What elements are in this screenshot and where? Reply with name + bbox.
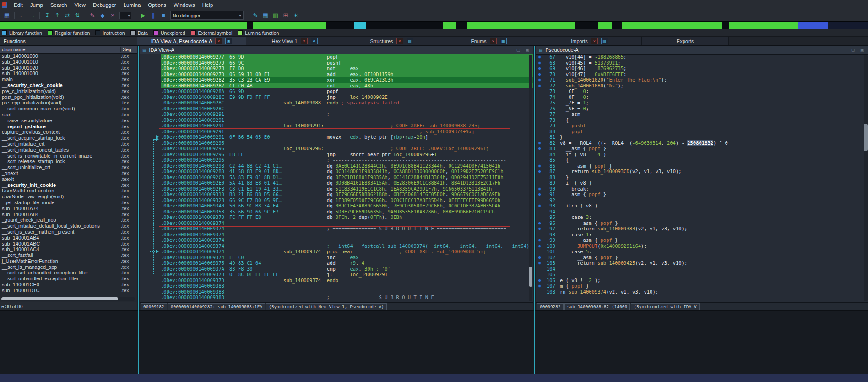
navband-segment[interactable] [0, 22, 247, 29]
function-row[interactable]: __scrt_uninitialize_crt.tex [0, 164, 137, 170]
disassembly-line[interactable]: .0Dev:000000014000932866 9C F7 D0 05 9F…… [140, 197, 533, 203]
small-combo[interactable]: ▾ [119, 12, 131, 19]
disassembly-line[interactable]: .0Dev:000000014000927766 9D popf [140, 54, 533, 60]
disassembly-line[interactable]: .0Dev:0000000140009310B8 21 B6 DB D5 66…… [140, 191, 533, 197]
disassembly-line[interactable]: .0Dev:0000000140009374FF C0 inc eax [140, 255, 533, 261]
splitter-right[interactable] [534, 46, 535, 374]
function-row[interactable]: __scrt_acquire_startup_lock.tex [0, 135, 137, 141]
pseudocode-line[interactable]: 76 _SF = 0; [536, 106, 868, 112]
navband-segment[interactable] [598, 22, 612, 29]
scrollbar-thumb[interactable] [529, 267, 532, 287]
disassembly-line[interactable]: .0Dev:0000000140009383 ; ===============… [140, 295, 533, 300]
pseudocode-line[interactable]: 70 v10[47] = 0xABEF6FEF; [536, 71, 868, 77]
disassembly-line[interactable]: .0Dev:0000000140009374 [140, 237, 533, 243]
disassembly-vertical-scrollbar[interactable] [529, 55, 532, 301]
disassembly-line[interactable]: .0Dev:00000001400092910F B6 54 05 E0 mov… [140, 134, 533, 140]
function-row[interactable]: sub_140001010.tex [0, 59, 137, 65]
function-row[interactable]: __scrt_release_startup_lock.tex [0, 158, 137, 164]
pseudocode-line[interactable]: 91 __asm { popf } [536, 191, 868, 197]
function-row[interactable]: sub_140001080.tex [0, 71, 137, 76]
navband-segment[interactable] [798, 22, 828, 29]
output-area[interactable] [0, 310, 868, 375]
function-row[interactable]: atexit.tex [0, 176, 137, 182]
disassembly-line[interactable]: .0Dev:0000000140009291loc_140009291: ; C… [140, 123, 533, 129]
function-row[interactable]: _guard_check_icall_nop.tex [0, 217, 137, 223]
pause-process-icon[interactable]: ∥ [149, 11, 158, 20]
function-row[interactable]: sub_140001A84.tex [0, 212, 137, 218]
disassembly-line[interactable]: .0Dev:000000014000934050 66 9C B8 3A F4…… [140, 203, 533, 209]
menu-edit[interactable]: Edit [10, 0, 27, 10]
column-header-function-name[interactable]: ction name [0, 47, 121, 52]
close-icon[interactable]: × [490, 38, 497, 44]
tab-ida-view-a-pseudocode-a[interactable]: IDA View-A, Pseudocode-A×▣ [137, 37, 246, 45]
function-row[interactable]: start.tex [0, 112, 137, 118]
xref-icon[interactable]: ⇄ [63, 11, 72, 20]
pseudocode-line[interactable]: 108rn sub_140009374(v2, v1, v3, v10); [536, 289, 868, 295]
close-icon[interactable]: × [396, 38, 403, 44]
pseudocode-line[interactable]: 89 if ( v8 ) [536, 180, 868, 186]
navband-segment[interactable] [354, 22, 367, 29]
disassembly-line[interactable]: .0Dev:0000000140009298C2 44 8B C2 41 C1…… [140, 163, 533, 169]
pseudocode-vertical-scrollbar[interactable] [864, 55, 868, 301]
windows-list-icon[interactable]: ▦ [261, 11, 270, 20]
pseudocode-line[interactable]: 106e ( v8 != 2 ); [536, 278, 868, 284]
function-row[interactable]: __security_init_cookie.tex [0, 182, 137, 188]
function-row[interactable]: sub_140001ABC.tex [0, 241, 137, 247]
navband-segment[interactable] [722, 22, 729, 29]
disassembly-line[interactable]: .0Dev:0000000140009383 [140, 283, 533, 289]
navband-segment[interactable] [828, 22, 868, 29]
disassembly-line[interactable]: .0Dev:0000000140009291 ; ---------------… [140, 111, 533, 117]
functions-panel-caption[interactable]: Functions [0, 37, 137, 45]
function-row[interactable]: __scrt_set_unhandled_exception_filter.te… [0, 270, 137, 276]
save-icon[interactable]: ▦ [2, 11, 11, 20]
function-row[interactable]: sub_140001A74.tex [0, 206, 137, 212]
tab-view-icon[interactable]: ▤ [407, 38, 413, 44]
pseudocode-line[interactable]: 78 { [536, 117, 868, 123]
maximize-icon[interactable]: ▣ [524, 48, 531, 52]
pseudocode-line[interactable]: 75 _ZF = 1; [536, 100, 868, 106]
pseudocode-line[interactable]: 101 case 5: [536, 249, 868, 255]
menu-view[interactable]: View [71, 0, 89, 10]
pseudocode-line[interactable]: 105 [536, 272, 868, 278]
function-row[interactable]: j_UserMathErrorFunction.tex [0, 258, 137, 264]
disassembly-line[interactable]: .0Dev:0000000140009296 ; ---------------… [140, 157, 533, 163]
disassembly-line[interactable]: .0Dev:000000014000937Dsub_140009374 endp [140, 278, 533, 284]
navband-segment[interactable] [612, 22, 623, 29]
pseudocode-line[interactable]: 82v8 = __ROL4__((-__ROL4__(-649039314, 2… [536, 140, 868, 146]
navband-segment[interactable] [326, 22, 354, 29]
pseudocode-line[interactable]: 77 __asm [536, 111, 868, 117]
function-row[interactable]: __raise_securityfailure.tex [0, 118, 137, 124]
disassembly-line[interactable]: .0Dev:000000014000935835 66 9D 66 9C F7…… [140, 209, 533, 215]
script-icon[interactable]: ✎ [251, 11, 260, 20]
function-row[interactable]: __scrt_is_nonwritable_in_current_image.t… [0, 153, 137, 159]
maximize-icon[interactable]: ▣ [859, 48, 865, 52]
function-row[interactable]: sub_140001D1C.tex [0, 288, 137, 294]
function-row[interactable]: capture_previous_context.tex [0, 129, 137, 135]
disassembly-line[interactable]: .0Dev:000000014000928CE9 9D FD FF FF jmp… [140, 94, 533, 100]
lumina-icon[interactable]: ∗ [291, 11, 300, 20]
disassembly-line[interactable]: .0Dev:0000000140009370FC FF FF EB db 0FC… [140, 214, 533, 220]
function-row[interactable]: pre_cpp_initialization(void).tex [0, 100, 137, 106]
disassembly-line[interactable]: .0Dev:000000014000928A66 9D popf [140, 88, 533, 94]
disassembly-line[interactable]: .0Dev:0000000140009374 [140, 220, 533, 226]
pseudocode-line[interactable]: 80 popf [536, 129, 868, 135]
disassembly-line[interactable]: .0Dev:000000014000928235 C3 23 CA E9 xor… [140, 77, 533, 83]
navband-segment[interactable] [247, 22, 252, 29]
function-row[interactable]: _get_startup_file_mode.tex [0, 200, 137, 206]
pseudocode-line[interactable]: 100 JUMPOUT(0x140009291i64); [536, 243, 868, 249]
chart-icon[interactable]: ▥ [271, 11, 280, 20]
nav-forward-icon[interactable]: → [27, 11, 37, 20]
pseudocode-line[interactable]: 98 case 1: [536, 232, 868, 238]
disassembly-line[interactable]: .0Dev:0000000140009374sub_140009374 proc… [140, 249, 533, 255]
scrollbar-thumb[interactable] [864, 124, 868, 151]
navband-segment[interactable] [253, 22, 326, 29]
pseudocode-line[interactable]: 81} [536, 134, 868, 140]
menu-help[interactable]: Help [199, 0, 217, 10]
tab-view-icon[interactable]: A [311, 38, 318, 44]
pseudocode-line[interactable]: 72 sub_140001080("%s"); [536, 83, 868, 89]
function-row[interactable]: UserMathErrorFunction.tex [0, 188, 137, 194]
jump-up-icon[interactable]: ↥ [53, 11, 62, 20]
pseudocode-line[interactable]: 96 __asm { popf } [536, 220, 868, 226]
splitter-left[interactable] [138, 46, 139, 374]
stop-process-icon[interactable]: ■ [159, 11, 168, 20]
